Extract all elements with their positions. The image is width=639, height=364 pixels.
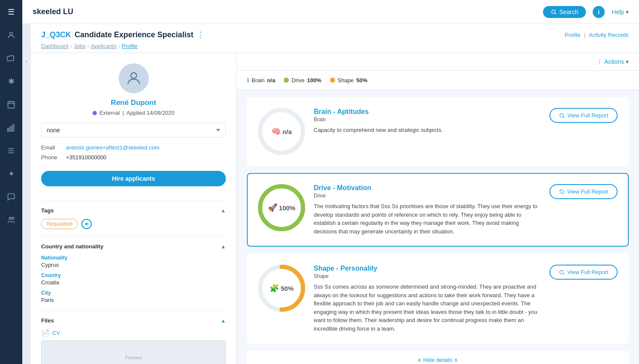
avatar [119, 63, 149, 93]
cv-label: CV [52, 330, 60, 336]
svg-point-0 [10, 32, 13, 35]
candidate-meta: External | Applied 14/09/2020 [41, 110, 226, 116]
brain-legend: ℹ Brain n/a [247, 77, 275, 84]
job-menu-icon[interactable]: ⋮ [197, 30, 204, 39]
candidate-status: External [99, 110, 120, 116]
report-desc-shape: Sss Ss comes across as someone determine… [314, 283, 541, 333]
pipe-separator: | [584, 32, 585, 38]
phone-label: Phone [41, 154, 63, 161]
svg-line-23 [563, 193, 564, 194]
drive-legend-value: 100% [307, 77, 321, 84]
report-subtitle-brain: Brain [314, 116, 541, 122]
country-collapse-icon[interactable]: ▲ [221, 244, 226, 250]
svg-rect-5 [8, 128, 9, 131]
breadcrumb-profile[interactable]: Profile [122, 43, 138, 49]
people-icon[interactable] [3, 212, 19, 228]
svg-rect-6 [10, 127, 12, 131]
chart-icon[interactable] [3, 120, 19, 135]
report-content-brain: Brain - Aptitudes Brain Capacity to comp… [314, 108, 541, 134]
breadcrumb: Dashboard › Jobs › Applicants › Profile [41, 39, 629, 53]
stage-dropdown[interactable]: none Stage 1 Stage 2 Hired [41, 123, 226, 137]
report-title-brain: Brain - Aptitudes [314, 108, 541, 116]
job-header: J_Q3CK Candidate Experience Specialist ⋮… [31, 24, 639, 53]
job-title: J_Q3CK Candidate Experience Specialist ⋮ [41, 30, 204, 39]
report-title-drive: Drive - Motivation [314, 184, 541, 192]
svg-point-12 [12, 217, 14, 219]
svg-point-15 [131, 73, 136, 78]
circle-chart-brain: 🧠 n/a [258, 108, 305, 155]
list-icon[interactable] [3, 143, 19, 158]
score-value-brain: n/a [282, 128, 292, 135]
drive-dot [284, 78, 289, 83]
tags-section-header: Tags ▲ [41, 207, 226, 214]
info-icon: i [593, 6, 605, 18]
report-content-shape: Shape - Personality Shape Sss Ss comes a… [314, 265, 541, 333]
breadcrumb-applicants[interactable]: Applicants [91, 43, 117, 49]
header-right: Search i Help ▾ [543, 6, 629, 18]
profile-link[interactable]: Profile [565, 32, 581, 38]
svg-point-13 [552, 10, 555, 13]
folder-icon[interactable] [3, 51, 19, 66]
comment-icon[interactable] [3, 189, 19, 205]
menu-icon[interactable]: ☰ [3, 4, 19, 20]
files-section: 📄 CV Preview [41, 329, 226, 364]
hide-details-button[interactable]: ∧ Hide details ∧ [247, 351, 629, 364]
brain-legend-label: Brain [252, 77, 264, 84]
breadcrumb-jobs[interactable]: Jobs [74, 43, 85, 49]
puzzle-icon[interactable]: ✦ [3, 166, 19, 182]
score-value-drive: 100% [279, 204, 295, 212]
drive-legend-label: Drive [291, 77, 304, 84]
calendar-icon[interactable] [3, 97, 19, 112]
brain-legend-value: n/a [267, 77, 275, 84]
content-area: ‹ J_Q3CK Candidate Experience Specialist… [22, 24, 639, 364]
divider-3 [41, 310, 226, 310]
breadcrumb-dashboard[interactable]: Dashboard [41, 43, 69, 49]
svg-line-27 [563, 273, 564, 274]
two-col-layout: René Dupont External | Applied 14/09/202… [31, 53, 639, 364]
report-card-brain: 🧠 n/a Brain - Aptitudes Brain Capacity t… [247, 97, 629, 166]
tags-collapse-icon[interactable]: ▲ [221, 208, 226, 214]
profile-links: Profile | Activity Records [565, 32, 629, 38]
tags-row: Requalified + [41, 219, 226, 229]
city-value: Paris [41, 297, 226, 303]
asterisk-icon[interactable]: ✱ [3, 74, 19, 89]
candidate-avatar-container [41, 63, 226, 93]
city-label: City [41, 290, 226, 296]
country-value: Croatia [41, 279, 226, 286]
svg-line-14 [555, 13, 556, 14]
circle-label-brain: 🧠 n/a [271, 127, 292, 136]
nationality-value: Cyprus [41, 262, 226, 268]
phone-value: +351910000000 [66, 154, 106, 161]
hire-applicants-button[interactable]: Hire applicants [41, 171, 226, 186]
breadcrumb-sep-1: › [70, 43, 72, 49]
nationality-label: Nationality [41, 255, 226, 261]
report-subtitle-shape: Shape [314, 273, 541, 279]
cv-file-item[interactable]: 📄 CV [41, 329, 226, 337]
country-label: Country [41, 272, 226, 278]
candidate-applied: Applied 14/09/2020 [126, 110, 174, 116]
view-report-button-drive[interactable]: View Full Report [549, 184, 618, 199]
circle-chart-drive: 🚀 100% [258, 184, 305, 231]
country-section-title: Country and nationality [41, 243, 103, 250]
svg-line-19 [563, 116, 564, 118]
pipe: | [123, 110, 124, 116]
files-collapse-icon[interactable]: ▲ [221, 318, 226, 324]
view-report-button-brain[interactable]: View Full Report [549, 108, 618, 123]
actions-button[interactable]: ⋮ Actions ▾ [597, 58, 629, 65]
file-icon: 📄 [41, 329, 50, 337]
help-button[interactable]: Help ▾ [612, 9, 629, 15]
collapse-toggle[interactable]: ‹ [22, 24, 31, 364]
add-tag-button[interactable]: + [81, 219, 92, 229]
actions-chevron: ▾ [626, 58, 629, 65]
search-button[interactable]: Search [543, 6, 586, 18]
help-label: Help ▾ [612, 9, 629, 15]
svg-point-26 [560, 270, 563, 274]
svg-point-22 [560, 190, 563, 193]
right-panel: ⋮ Actions ▾ ℹ Brain n/a [237, 53, 639, 364]
activity-records-link[interactable]: Activity Records [589, 32, 629, 38]
score-legend: ℹ Brain n/a Drive 100% Shape 50% [237, 71, 639, 90]
actions-bar: ⋮ Actions ▾ [237, 53, 639, 71]
view-report-button-shape[interactable]: View Full Report [549, 265, 618, 280]
circle-label-drive: 🚀 100% [268, 203, 295, 212]
user-icon[interactable] [3, 27, 19, 43]
